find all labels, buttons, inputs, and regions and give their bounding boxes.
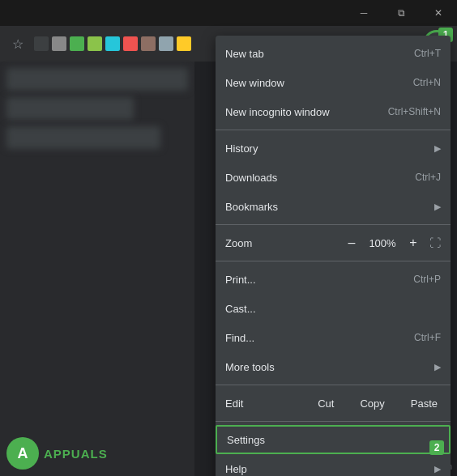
badge-2: 2 [429, 440, 444, 455]
incognito-label: New incognito window [225, 106, 388, 118]
panel-block-3 [6, 126, 160, 149]
swatch-7 [141, 36, 156, 51]
new-window-shortcut: Ctrl+N [413, 77, 441, 88]
new-window-label: New window [225, 77, 413, 89]
swatch-8 [159, 36, 173, 51]
swatch-9 [177, 36, 191, 51]
menu-item-new-tab[interactable]: New tab Ctrl+T [216, 39, 451, 68]
left-panel [0, 62, 194, 476]
new-tab-shortcut: Ctrl+T [414, 48, 441, 59]
menu-item-help[interactable]: Help ▶ [216, 454, 451, 476]
settings-label: Settings [227, 434, 439, 446]
swatch-4 [88, 36, 102, 51]
downloads-shortcut: Ctrl+J [415, 172, 441, 183]
edit-row: Edit Cut Copy Paste [216, 389, 451, 418]
cast-label: Cast... [225, 303, 441, 315]
edit-label: Edit [225, 397, 305, 410]
menu-item-incognito[interactable]: New incognito window Ctrl+Shift+N [216, 97, 451, 126]
separator-2 [216, 224, 451, 225]
swatch-5 [105, 36, 120, 51]
edit-actions: Cut Copy Paste [305, 389, 451, 418]
history-label: History [225, 142, 428, 155]
more-tools-label: More tools [225, 361, 428, 373]
copy-button[interactable]: Copy [347, 389, 397, 418]
logo-text: APPUALS [44, 447, 108, 461]
zoom-label: Zoom [225, 237, 342, 249]
menu-item-find[interactable]: Find... Ctrl+F [216, 323, 451, 352]
more-tools-arrow: ▶ [434, 362, 441, 372]
bookmarks-arrow: ▶ [434, 202, 441, 212]
zoom-controls: – 100% + [342, 236, 423, 250]
zoom-value: 100% [368, 237, 397, 249]
paste-button[interactable]: Paste [398, 389, 451, 418]
menu-item-settings[interactable]: Settings 2 [216, 425, 451, 454]
zoom-row: Zoom – 100% + ⛶ [216, 228, 451, 257]
downloads-label: Downloads [225, 172, 415, 184]
swatch-2 [52, 36, 66, 51]
menu-item-history[interactable]: History ▶ [216, 134, 451, 163]
appuals-logo: A APPUALS [6, 437, 108, 470]
print-label: Print... [225, 274, 413, 286]
minimize-button[interactable]: ─ [345, 0, 382, 26]
panel-block-1 [6, 68, 188, 91]
new-tab-label: New tab [225, 48, 414, 60]
swatch-6 [123, 36, 138, 51]
menu-item-new-window[interactable]: New window Ctrl+N [216, 68, 451, 97]
incognito-shortcut: Ctrl+Shift+N [388, 106, 441, 117]
find-label: Find... [225, 332, 414, 344]
swatch-3 [70, 36, 84, 51]
swatch-1 [34, 36, 49, 51]
cut-button[interactable]: Cut [305, 389, 347, 418]
separator-1 [216, 130, 451, 130]
help-label: Help [225, 463, 428, 475]
logo-icon: A [6, 437, 39, 470]
restore-button[interactable]: ⧉ [382, 0, 420, 26]
title-bar: ─ ⧉ ✕ [0, 0, 457, 26]
separator-3 [216, 261, 451, 261]
menu-item-more-tools[interactable]: More tools ▶ [216, 352, 451, 381]
close-button[interactable]: ✕ [420, 0, 457, 26]
separator-4 [216, 385, 451, 385]
print-shortcut: Ctrl+P [413, 274, 441, 285]
zoom-expand-icon[interactable]: ⛶ [429, 236, 441, 249]
zoom-minus-button[interactable]: – [342, 236, 361, 250]
panel-block-2 [6, 97, 134, 120]
menu-item-bookmarks[interactable]: Bookmarks ▶ [216, 192, 451, 221]
separator-5 [216, 421, 451, 422]
bookmarks-label: Bookmarks [225, 201, 428, 213]
find-shortcut: Ctrl+F [414, 332, 441, 343]
chrome-dropdown-menu: New tab Ctrl+T New window Ctrl+N New inc… [216, 36, 451, 476]
menu-item-downloads[interactable]: Downloads Ctrl+J [216, 163, 451, 192]
menu-item-cast[interactable]: Cast... [216, 294, 451, 323]
help-arrow: ▶ [434, 464, 441, 474]
menu-item-print[interactable]: Print... Ctrl+P [216, 265, 451, 294]
bookmark-star-icon[interactable]: ☆ [6, 32, 29, 55]
zoom-plus-button[interactable]: + [404, 236, 423, 250]
history-arrow: ▶ [434, 143, 441, 154]
